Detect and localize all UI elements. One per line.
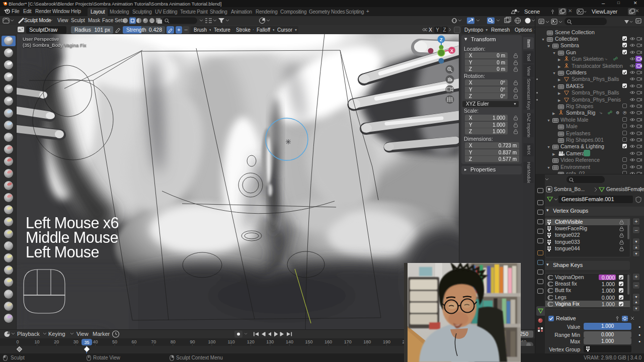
svg-text:50: 50: [112, 339, 117, 344]
svg-text:190: 190: [383, 339, 390, 344]
svg-text:80: 80: [171, 339, 176, 344]
svg-text:X: X: [450, 48, 453, 53]
svg-text:20: 20: [54, 339, 59, 344]
svg-text:30: 30: [73, 339, 78, 344]
svg-text:120: 120: [247, 339, 255, 344]
svg-text:160: 160: [325, 339, 332, 344]
svg-text:90: 90: [190, 339, 195, 344]
svg-text:60: 60: [132, 339, 137, 344]
svg-text:100: 100: [208, 339, 215, 344]
svg-text:250: 250: [520, 331, 528, 337]
svg-text:170: 170: [344, 339, 352, 344]
svg-text:0: 0: [16, 339, 19, 344]
svg-text:10: 10: [35, 339, 40, 344]
svg-text:150: 150: [305, 339, 312, 344]
svg-text:Z: Z: [440, 37, 443, 42]
svg-text:140: 140: [286, 339, 293, 344]
svg-text:70: 70: [151, 339, 156, 344]
svg-text:110: 110: [227, 339, 234, 344]
svg-text:130: 130: [266, 339, 274, 344]
svg-text:35: 35: [84, 340, 89, 345]
svg-text:180: 180: [363, 339, 371, 344]
svg-text:40: 40: [93, 339, 98, 344]
